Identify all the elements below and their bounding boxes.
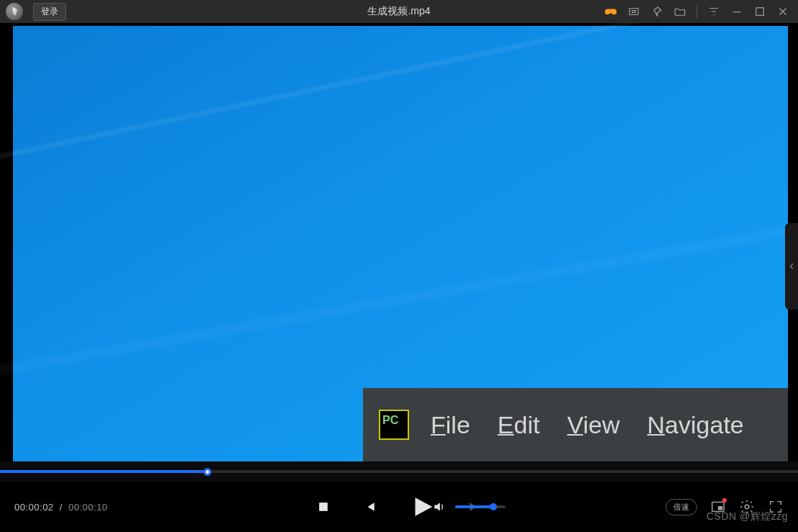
- login-button[interactable]: 登录: [33, 3, 66, 21]
- volume-slider[interactable]: [455, 505, 506, 508]
- screenshot-icon[interactable]: [627, 5, 640, 18]
- open-folder-icon[interactable]: [673, 5, 686, 18]
- separator: [696, 5, 697, 18]
- maximize-button[interactable]: [753, 5, 766, 18]
- svg-point-1: [614, 12, 615, 13]
- control-bar: 00:00:02 / 00:00:10: [0, 482, 798, 532]
- fullscreen-icon[interactable]: [768, 499, 784, 515]
- duration: 00:00:10: [68, 502, 108, 513]
- pin-icon[interactable]: [650, 5, 663, 18]
- settings-icon[interactable]: [739, 499, 755, 515]
- volume-control: [432, 500, 506, 514]
- volume-thumb[interactable]: [490, 503, 497, 510]
- player-window: 登录 生成视频.mp4: [0, 0, 798, 532]
- time-display: 00:00:02 / 00:00:10: [14, 502, 108, 513]
- pycharm-logo: PC: [379, 410, 409, 440]
- svg-rect-6: [756, 8, 764, 16]
- close-button[interactable]: [776, 5, 789, 18]
- time-separator: /: [60, 502, 63, 513]
- current-time: 00:00:02: [14, 502, 54, 513]
- progress-bar[interactable]: [0, 461, 798, 482]
- video-frame: PC File Edit View Navigate: [13, 26, 788, 461]
- svg-rect-3: [608, 10, 609, 12]
- filter-icon[interactable]: [707, 5, 720, 18]
- svg-point-10: [745, 505, 749, 509]
- minimize-button[interactable]: [730, 5, 743, 18]
- video-viewport[interactable]: PC File Edit View Navigate: [0, 23, 798, 461]
- titlebar-actions: [604, 5, 798, 18]
- svg-rect-5: [632, 11, 636, 13]
- title-bar: 登录 生成视频.mp4: [0, 0, 798, 23]
- menu-view: View: [567, 411, 619, 439]
- playback-speed-button[interactable]: 倍速: [665, 499, 697, 515]
- progress-fill: [0, 470, 207, 473]
- svg-rect-9: [718, 506, 722, 510]
- stop-button[interactable]: [316, 500, 331, 514]
- menu-file: File: [431, 411, 470, 439]
- notification-dot: [722, 498, 727, 502]
- menu-edit: Edit: [498, 411, 540, 439]
- gamepad-icon[interactable]: [604, 5, 617, 18]
- pip-icon[interactable]: [710, 499, 726, 515]
- svg-rect-4: [629, 9, 638, 15]
- app-logo: [6, 3, 23, 20]
- playlist-expand-tab[interactable]: [785, 223, 798, 310]
- volume-fill: [455, 505, 493, 508]
- window-title: 生成视频.mp4: [367, 5, 430, 18]
- volume-icon[interactable]: [432, 500, 447, 514]
- right-controls: 倍速: [665, 499, 784, 515]
- video-content-menu: File Edit View Navigate: [431, 411, 744, 439]
- previous-button[interactable]: [362, 500, 377, 514]
- svg-rect-7: [319, 502, 328, 511]
- progress-thumb[interactable]: [204, 468, 212, 476]
- menu-navigate: Navigate: [647, 411, 744, 439]
- video-content-menubar: PC File Edit View Navigate: [363, 388, 788, 461]
